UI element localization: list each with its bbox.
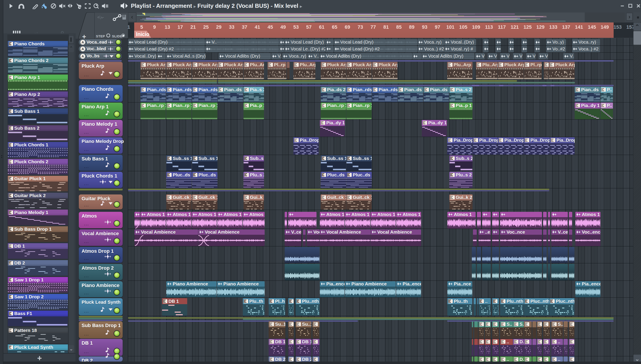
svg-text:A: A xyxy=(82,54,84,58)
svg-text:A: A xyxy=(82,40,84,44)
svg-text:A: A xyxy=(82,47,84,51)
